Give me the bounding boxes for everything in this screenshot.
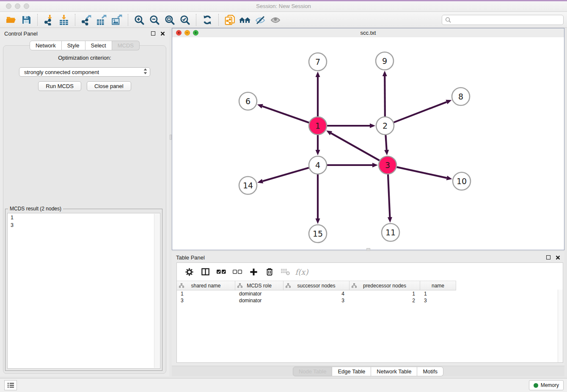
- export-network-button[interactable]: [79, 13, 94, 27]
- column-header-predecessor-nodes[interactable]: predecessor nodes: [350, 281, 420, 290]
- graph-edge-4-14[interactable]: [263, 168, 309, 181]
- memory-button[interactable]: Memory: [529, 380, 564, 390]
- graph-edge-2-9[interactable]: [385, 76, 385, 116]
- search-input[interactable]: [453, 16, 560, 23]
- table-cell[interactable]: 3: [420, 298, 456, 304]
- graph-node-2[interactable]: 2: [376, 117, 394, 135]
- table-cell[interactable]: 1: [350, 291, 420, 297]
- export-image-button[interactable]: [109, 13, 124, 27]
- close-panel-button[interactable]: Close panel: [87, 81, 131, 91]
- tab-node-table[interactable]: Node Table: [293, 367, 333, 376]
- tab-mcds[interactable]: MCDS: [112, 41, 140, 50]
- column-header-name[interactable]: name: [420, 281, 456, 290]
- table-cell[interactable]: dominator: [235, 298, 284, 304]
- graph-node-9[interactable]: 9: [376, 52, 394, 70]
- column-header-MCDS-role[interactable]: MCDS role: [235, 281, 284, 290]
- network-canvas[interactable]: 7968124314101511: [172, 37, 564, 250]
- zoom-selected-button[interactable]: [177, 13, 193, 27]
- graph-node-3[interactable]: 3: [379, 156, 396, 174]
- control-panel-tabs: NetworkStyleSelectMCDS: [0, 41, 169, 50]
- table-cell[interactable]: 1: [177, 291, 235, 297]
- tab-network-table[interactable]: Network Table: [371, 367, 417, 376]
- table-content: f(x) shared nameMCDS rolesuccessor nodes…: [176, 262, 563, 363]
- import-network-button[interactable]: [41, 13, 56, 27]
- close-window-button[interactable]: [6, 3, 11, 9]
- graph-edge-2-8[interactable]: [394, 102, 447, 122]
- float-panel-icon[interactable]: [546, 255, 550, 259]
- table-row[interactable]: 1dominator411: [177, 290, 563, 297]
- graph-node-15[interactable]: 15: [309, 225, 327, 243]
- graph-node-1[interactable]: 1: [309, 117, 327, 135]
- graph-node-8[interactable]: 8: [452, 88, 470, 105]
- mcds-result-groupbox: MCDS result (2 nodes) 1 3: [5, 209, 162, 371]
- optimization-criterion-select[interactable]: strongly connected component: [19, 67, 150, 77]
- zoom-fit-button[interactable]: [162, 13, 177, 27]
- graph-edge-2-3[interactable]: [385, 135, 386, 150]
- graph-edge-3-11[interactable]: [388, 174, 390, 217]
- show-column-button[interactable]: [197, 265, 213, 279]
- home-button[interactable]: [237, 13, 253, 27]
- graph-edge-arrowhead: [316, 218, 320, 224]
- zoom-window-button[interactable]: [24, 3, 29, 9]
- column-header-shared-name[interactable]: shared name: [177, 281, 235, 290]
- graph-edge-1-6[interactable]: [262, 106, 309, 123]
- tab-select[interactable]: Select: [85, 41, 112, 50]
- app-window: Session: New Session: [0, 0, 567, 392]
- zoom-out-button[interactable]: [147, 13, 162, 27]
- table-settings-button[interactable]: [181, 265, 197, 279]
- graph-edge-3-1[interactable]: [331, 133, 379, 161]
- graph-edge-arrowhead: [257, 179, 263, 184]
- table-header-row: shared nameMCDS rolesuccessor nodesprede…: [177, 281, 456, 290]
- graph-node-7[interactable]: 7: [309, 53, 327, 71]
- graph-node-11[interactable]: 11: [382, 224, 399, 241]
- trash-icon: [265, 267, 274, 276]
- close-network-button[interactable]: ×: [176, 30, 182, 36]
- close-panel-icon[interactable]: [556, 255, 560, 260]
- tab-style[interactable]: Style: [62, 41, 85, 50]
- graph-edge-3-10[interactable]: [396, 167, 446, 178]
- delete-column-button[interactable]: [261, 265, 278, 279]
- save-session-button[interactable]: [19, 13, 34, 27]
- graph-node-label: 9: [382, 56, 387, 66]
- zoom-in-button[interactable]: [132, 13, 147, 27]
- select-all-button[interactable]: [213, 265, 229, 279]
- table-cell[interactable]: 3: [177, 298, 235, 304]
- splitter-grip[interactable]: [366, 248, 370, 251]
- graph-edge-arrowhead: [316, 150, 320, 155]
- tab-motifs[interactable]: Motifs: [417, 367, 443, 376]
- minimize-network-button[interactable]: −: [184, 30, 190, 36]
- create-column-button[interactable]: [245, 265, 261, 279]
- graph-node-10[interactable]: 10: [453, 172, 471, 190]
- duplicate-network-button[interactable]: [222, 13, 237, 27]
- import-table-button[interactable]: [56, 13, 72, 27]
- tab-edge-table[interactable]: Edge Table: [332, 367, 371, 376]
- minimize-window-button[interactable]: [15, 3, 20, 9]
- graph-node-4[interactable]: 4: [309, 156, 327, 174]
- open-session-button[interactable]: [3, 13, 19, 27]
- table-scrollbar[interactable]: [558, 290, 563, 362]
- maximize-network-button[interactable]: +: [193, 30, 198, 36]
- splitter-grip[interactable]: [170, 135, 172, 140]
- tab-network[interactable]: Network: [30, 41, 62, 50]
- unselect-all-button[interactable]: [229, 265, 245, 279]
- column-header-successor-nodes[interactable]: successor nodes: [284, 281, 350, 290]
- table-cell[interactable]: 3: [284, 298, 350, 304]
- graph-node-6[interactable]: 6: [239, 92, 257, 110]
- result-scrollbar[interactable]: [154, 214, 160, 368]
- float-panel-icon[interactable]: [151, 31, 155, 36]
- table-cell[interactable]: 1: [420, 291, 456, 297]
- run-mcds-button[interactable]: Run MCDS: [38, 81, 81, 91]
- preview-eye-button[interactable]: [268, 13, 283, 27]
- graph-node-14[interactable]: 14: [239, 177, 257, 194]
- export-table-button[interactable]: [94, 13, 109, 27]
- task-history-button[interactable]: [4, 380, 17, 390]
- search-box[interactable]: [442, 15, 564, 25]
- mcds-result-text[interactable]: 1 3: [7, 213, 160, 369]
- hide-visibility-button[interactable]: [253, 13, 268, 27]
- table-cell[interactable]: dominator: [235, 291, 284, 297]
- close-panel-icon[interactable]: [160, 31, 165, 36]
- refresh-layout-button[interactable]: [200, 13, 215, 27]
- table-row[interactable]: 3dominator323: [177, 297, 563, 304]
- table-cell[interactable]: 2: [350, 298, 420, 304]
- table-cell[interactable]: 4: [284, 291, 350, 297]
